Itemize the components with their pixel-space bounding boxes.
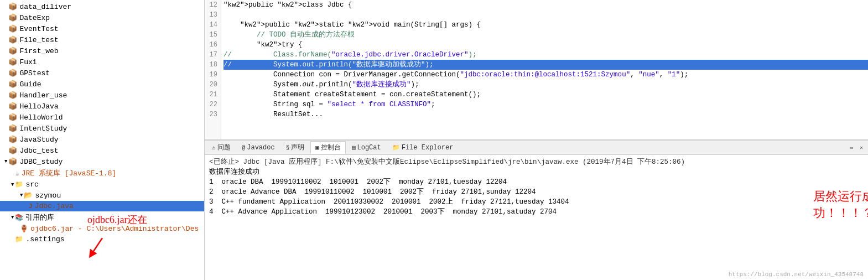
line-number: 16 xyxy=(208,40,217,50)
sidebar-item-label: Fuxi xyxy=(19,58,37,66)
sidebar-item-label: JRE 系统库 [JavaSE-1.8] xyxy=(22,168,117,178)
tab-icon-problems: ⚠ xyxy=(212,144,216,151)
code-content[interactable]: "kw2">public "kw2">class Jdbc { "kw2">pu… xyxy=(221,0,868,139)
sidebar-item-label: DateExp xyxy=(19,14,50,22)
code-line[interactable]: // System.out.println("数据库驱动加载成功"); xyxy=(224,60,868,70)
line-number: 20 xyxy=(208,80,217,90)
line-number: 23 xyxy=(208,110,217,120)
tab-fileexplorer[interactable]: 📁File Explorer xyxy=(387,142,459,153)
line-number: 19 xyxy=(208,70,217,80)
sidebar-item-Jdbc_test[interactable]: ▶📦Jdbc_test xyxy=(0,145,204,156)
sidebar-item-File_test[interactable]: ▶📦File_test xyxy=(0,34,204,45)
sidebar-item-EventTest[interactable]: ▶📦EventTest xyxy=(0,23,204,34)
code-line[interactable]: "kw2">public "kw2">static "kw2">void mai… xyxy=(224,20,868,30)
sidebar-item-label: 引用的库 xyxy=(25,212,54,222)
bottom-panel: ⚠问题@Javadoc§声明▣控制台▤LogCat📁File Explorer … xyxy=(205,140,868,280)
tab-icon-logcat: ▤ xyxy=(352,144,356,151)
code-line[interactable]: String sql = "select * from CLASSINFO"; xyxy=(224,100,868,110)
tab-icon-javadoc: @ xyxy=(242,144,246,151)
code-line[interactable]: "kw2">try { xyxy=(224,40,868,50)
line-number: 12 xyxy=(208,0,217,10)
code-line[interactable]: ResultSet... xyxy=(224,110,868,120)
sidebar-item-HelloJava[interactable]: ▶📦HelloJava xyxy=(0,101,204,112)
tab-logcat[interactable]: ▤LogCat xyxy=(347,142,386,153)
sidebar-item-src[interactable]: ▼📁src xyxy=(0,179,204,190)
line-number: 13 xyxy=(208,10,217,20)
sidebar-item-HelloWorld[interactable]: ▶📦HelloWorld xyxy=(0,112,204,123)
code-line[interactable]: "kw2">public "kw2">class Jdbc { xyxy=(224,0,868,10)
sidebar-item-IntentStudy[interactable]: ▶📦IntentStudy xyxy=(0,123,204,134)
sidebar-item-JDBC_study[interactable]: ▼📦JDBC_study xyxy=(0,156,204,167)
tab-label-fileexplorer: File Explorer xyxy=(402,144,454,152)
sidebar-item-label: JDBC_study xyxy=(19,158,63,166)
tab-label-declaration: 声明 xyxy=(291,143,304,152)
code-line[interactable]: // Class.forName("oracle.jdbc.driver.Ora… xyxy=(224,50,868,60)
console-line: 1 oracle DBA 199910110002 1010001 2002下 … xyxy=(209,177,864,187)
tab-icon-fileexplorer: 📁 xyxy=(392,144,400,151)
sidebar-item-JRE[interactable]: ▶☕JRE 系统库 [JavaSE-1.8] xyxy=(0,167,204,179)
sidebar-item-data_diliver[interactable]: ▶📦data_diliver xyxy=(0,1,204,12)
sidebar-item-label: Jdbc_test xyxy=(19,147,58,155)
code-line[interactable]: System.out.println("数据库连接成功"); xyxy=(224,80,868,90)
line-number: 17 xyxy=(208,50,217,60)
console-output: <已终止> Jdbc [Java 应用程序] F:\软件\免安装中文版Eclip… xyxy=(205,155,868,280)
line-number: 22 xyxy=(208,100,217,110)
sidebar-item-label: Guide xyxy=(19,80,41,89)
line-number: 18 xyxy=(208,60,217,70)
sidebar-item-label: Handler_use xyxy=(19,91,67,100)
tab-label-console: 控制台 xyxy=(321,143,341,152)
sidebar-item-label: HelloJava xyxy=(19,102,58,111)
code-line[interactable]: // TODO 自动生成的方法存根 xyxy=(224,30,868,40)
sidebar-item-DateExp[interactable]: ▶📦DateExp xyxy=(0,12,204,23)
horizontal-scrollbar[interactable] xyxy=(205,139,868,140)
sidebar-item-label: GPStest xyxy=(19,69,50,77)
console-terminated-line: <已终止> Jdbc [Java 应用程序] F:\软件\免安装中文版Eclip… xyxy=(209,157,864,167)
tab-label-logcat: LogCat xyxy=(357,144,381,152)
sidebar-item-Jdbc.java[interactable]: JJdbc.java xyxy=(0,201,204,211)
sidebar-item-label: src xyxy=(25,180,38,189)
sidebar-item-JavaStudy[interactable]: ▶📦JavaStudy xyxy=(0,134,204,145)
sidebar-item-引用的库[interactable]: ▼📚引用的库 xyxy=(0,211,204,224)
line-number: 21 xyxy=(208,90,217,100)
console-line: 3 C++ fundament Application 200110330002… xyxy=(209,197,864,207)
sidebar-item-label: First_web xyxy=(19,47,58,55)
sidebar-item-label: ojdbc6.jar - C:\Users\Administrator\Des xyxy=(30,225,199,233)
sidebar-item-label: .settings xyxy=(25,235,64,243)
tab-javadoc[interactable]: @Javadoc xyxy=(237,142,280,153)
project-explorer[interactable]: ▶📦data_diliver▶📦DateExp▶📦EventTest▶📦File… xyxy=(0,0,205,280)
code-line[interactable] xyxy=(224,10,868,20)
console-line: 数据库连接成功 xyxy=(209,167,864,177)
tab-problems[interactable]: ⚠问题 xyxy=(207,141,236,154)
tabs-bar: ⚠问题@Javadoc§声明▣控制台▤LogCat📁File Explorer … xyxy=(205,141,868,155)
sidebar-item-szymou[interactable]: ▼📂szymou xyxy=(0,190,204,201)
code-editor[interactable]: 121314151617181920212223 "kw2">public "k… xyxy=(205,0,868,140)
sidebar-item-label: szymou xyxy=(35,191,61,200)
sidebar-item-Handler_use[interactable]: ▶📦Handler_use xyxy=(0,90,204,101)
console-line: 2 oracle Advance DBA 199910110002 101000… xyxy=(209,187,864,197)
close-button[interactable]: ✕ xyxy=(857,143,866,152)
tab-icon-console: ▣ xyxy=(315,144,319,151)
tab-declaration[interactable]: §声明 xyxy=(281,141,310,154)
line-number: 15 xyxy=(208,30,217,40)
sidebar-item-Guide[interactable]: ▶📦Guide xyxy=(0,79,204,90)
sidebar-item-label: HelloWorld xyxy=(19,113,63,122)
sidebar-item-label: IntentStudy xyxy=(19,125,67,133)
sidebar-item-label: File_test xyxy=(19,36,58,44)
sidebar-item-label: JavaStudy xyxy=(19,136,58,144)
line-number: 14 xyxy=(208,20,217,30)
line-numbers: 121314151617181920212223 xyxy=(205,0,221,139)
sidebar-item-label: data_diliver xyxy=(19,3,71,11)
tab-console[interactable]: ▣控制台 xyxy=(310,141,346,154)
console-line: 4 C++ Advance Application 199910123002 2… xyxy=(209,207,864,217)
tab-icon-declaration: § xyxy=(286,144,290,151)
sidebar-item-GPStest[interactable]: ▶📦GPStest xyxy=(0,68,204,79)
code-line[interactable]: Statement createStatement = con.createSt… xyxy=(224,90,868,100)
sidebar-item-First_web[interactable]: ▶📦First_web xyxy=(0,45,204,56)
sidebar-item-label: EventTest xyxy=(19,25,58,33)
sidebar-item-.settings[interactable]: ▶📁.settings xyxy=(0,234,204,245)
sidebar-item-Fuxi[interactable]: ▶📦Fuxi xyxy=(0,56,204,68)
code-line[interactable]: Connection con = DriverManager.getConnec… xyxy=(224,70,868,80)
minimize-button[interactable]: ▭ xyxy=(847,143,856,152)
tab-label-problems: 问题 xyxy=(217,143,231,152)
sidebar-item-ojdbc6.jar[interactable]: 🏺ojdbc6.jar - C:\Users\Administrator\Des xyxy=(0,224,204,234)
